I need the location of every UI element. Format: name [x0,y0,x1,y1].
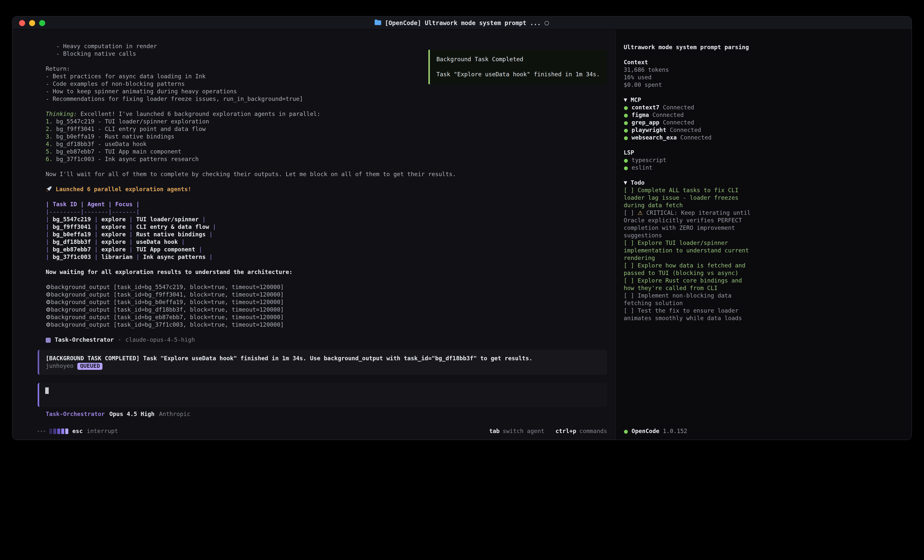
terminal-line: - Recommendations for fixing loader free… [46,95,607,103]
todo-item: [ ] Explore TUI loader/spinner implement… [624,240,754,262]
todo-checkbox: [ ] [624,187,634,194]
window-title-group: [OpenCode] Ultrawork mode system prompt … [375,19,549,26]
terminal-line [46,163,607,171]
footer-agent-name: Task-Orchestrator [46,410,105,418]
collapse-triangle-icon: ▼ [624,97,627,102]
terminal-line: ⚙background_output [task_id=bg_37f1c003,… [46,321,607,329]
terminal-line [46,276,607,283]
terminal-line: | bg_37f1c003 | librarian | Ink async pa… [46,253,607,261]
agent-header: Task-Orchestrator · claude-opus-4-5-high [46,336,607,344]
agent-icon [46,337,51,343]
prompt-input[interactable] [38,383,607,407]
mcp-server-item: ● playwright Connected [624,126,754,134]
mcp-heading-label: MCP [631,96,641,103]
terminal-line: 3. bg_b0effa19 - Rust native bindings [46,133,607,141]
desktop-background: [OpenCode] Ultrawork mode system prompt … [0,0,924,560]
context-section: Context 31,686 tokens 16% used $0.00 spe… [624,59,754,89]
terminal-line: | bg_b0effa19 | explore | Rust native bi… [46,231,607,238]
terminal-line: Now waiting for all exploration results … [46,268,607,276]
todo-checkbox: [ ] [624,240,634,246]
notification-body: Task "Explore useData hook" finished in … [436,71,601,78]
warning-icon: ⚠ [638,209,643,216]
mcp-server-status: Connected [663,104,694,111]
lsp-server-item: ● typescript [624,157,754,164]
collapse-triangle-icon: ▼ [624,180,627,185]
todo-item: [ ] Explore how data is fetched and pass… [624,262,754,277]
esc-key-label: interrupt [87,428,118,435]
context-heading: Context [624,59,754,66]
mcp-server-name: playwright [632,126,666,133]
status-dot-icon: ● [624,428,628,434]
gear-icon: ⚙ [46,291,51,298]
separator-dot: · [118,336,121,344]
context-tokens: 31,686 tokens [624,66,754,74]
todo-checkbox: [ ] [624,209,634,216]
footer-agent-provider: Anthropic [159,410,190,418]
gear-icon: ⚙ [46,299,51,305]
gear-icon: ⚙ [46,283,51,290]
background-task-message: [BACKGROUND TASK COMPLETED] Task "Explor… [38,350,607,375]
terminal-line: - Heavy computation in render [46,43,607,50]
activity-dots-icon [38,431,45,432]
terminal-line: ⚙background_output [task_id=bg_5547c219,… [46,283,607,291]
status-dot-icon: ● [624,165,628,171]
terminal-line [46,103,607,111]
todo-item: [ ] Complete ALL tasks to fix CLI loader… [624,187,754,209]
terminal-output: - Heavy computation in render - Blocking… [46,43,607,329]
terminal-line: | bg_eb87ebb7 | explore | TUI App compon… [46,246,607,253]
todo-heading[interactable]: ▼ Todo [624,179,754,187]
sidebar: Ultrawork mode system prompt parsing Con… [615,30,912,440]
mcp-server-name: context7 [632,104,659,111]
zoom-window-button[interactable] [39,20,45,26]
notification-title: Background Task Completed [436,56,601,63]
terminal-line: - How to keep spinner animating during h… [46,88,607,95]
todo-item: [ ] Implement non-blocking data fetching… [624,292,754,307]
lsp-server-item: ● eslint [624,164,754,172]
todo-item: [ ] Explore Rust core bindings and how t… [624,277,754,292]
mcp-server-status: Connected [670,126,701,133]
lsp-list: ● typescript● eslint [624,157,754,172]
mcp-server-item: ● grep_app Connected [624,119,754,126]
agent-model: claude-opus-4-5-high [125,336,195,344]
todo-checkbox: [ ] [624,262,634,269]
mcp-server-item: ● websearch_exa Connected [624,134,754,142]
todo-text: Explore TUI loader/spinner implementatio… [624,240,749,261]
todo-item: [ ] ⚠ CRITICAL: Keep iterating until Ora… [624,209,754,240]
conversation-pane: - Heavy computation in render - Blocking… [12,30,615,440]
lsp-server-name: typescript [632,157,666,163]
mcp-server-item: ● figma Connected [624,111,754,119]
spinner-icon: ○ [544,19,549,26]
mcp-heading[interactable]: ▼ MCP [624,96,754,104]
terminal-line: ⚙background_output [task_id=bg_f9ff3041,… [46,291,607,299]
status-dot-icon: ● [624,157,628,163]
text-cursor [45,387,49,394]
terminal-line: 4. bg_df18bb3f - useData hook [46,141,607,148]
close-window-button[interactable] [19,20,25,26]
todo-heading-label: Todo [631,179,645,186]
terminal-line: Thinking: Excellent! I've launched 6 bac… [46,111,607,118]
toast-notification: Background Task Completed Task "Explore … [428,50,607,84]
todo-list: [ ] Complete ALL tasks to fix CLI loader… [624,187,754,322]
todo-checkbox: [ ] [624,292,634,299]
session-title: Ultrawork mode system prompt parsing [624,43,754,51]
context-spent: $0.00 spent [624,81,754,89]
progress-blocks-icon [49,428,68,434]
ctrlp-key-label: commands [579,428,607,435]
todo-checkbox: [ ] [624,307,634,314]
todo-text: CRITICAL: Keep iterating until Oracle ex… [624,209,750,239]
title-bar: [OpenCode] Ultrawork mode system prompt … [12,16,912,30]
terminal-line: ⚙background_output [task_id=bg_b0effa19,… [46,299,607,306]
sidebar-footer: ● OpenCode 1.0.152 [616,422,912,440]
gear-icon: ⚙ [46,306,51,313]
terminal-line [46,193,607,201]
terminal-line [46,261,607,268]
terminal-line: Now I'll wait for all of them to complet… [46,171,607,178]
task-message-meta: junhoyeo QUEUED [46,362,601,370]
minimize-window-button[interactable] [29,20,35,26]
status-dot-icon: ● [624,112,628,118]
todo-text: Complete ALL tasks to fix CLI loader lag… [624,187,738,209]
mcp-server-name: websearch_exa [632,134,676,141]
status-bar: esc interrupt tab switch agent ctrl+p co… [12,422,615,440]
status-badge: QUEUED [78,362,103,370]
mcp-server-status: Connected [663,119,694,126]
